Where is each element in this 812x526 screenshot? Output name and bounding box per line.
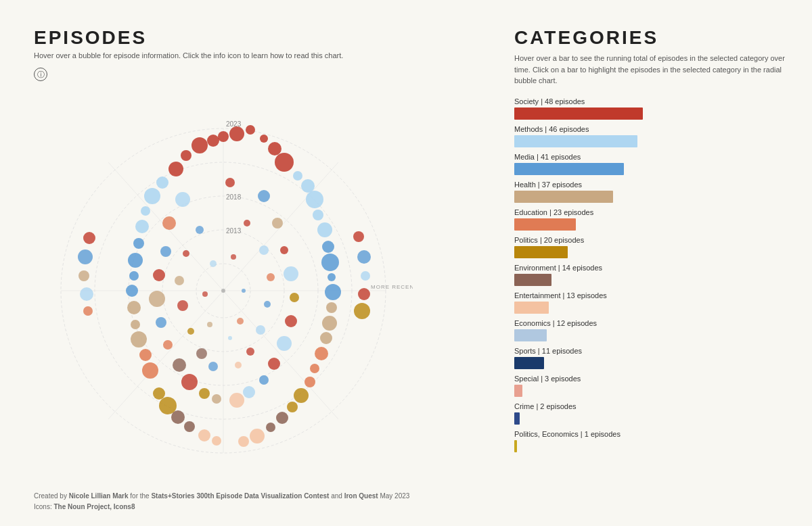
category-item[interactable]: Entertainment | 13 episodes	[514, 291, 792, 314]
category-bar[interactable]	[514, 135, 637, 147]
info-icon[interactable]: ⓘ	[34, 68, 47, 81]
category-bar[interactable]	[514, 412, 520, 425]
svg-point-56	[287, 402, 298, 412]
category-item[interactable]: Special | 3 episodes	[514, 375, 792, 397]
svg-point-120	[358, 288, 370, 300]
category-item[interactable]: Media | 41 episodes	[514, 153, 792, 175]
category-bar[interactable]	[514, 302, 549, 314]
episodes-title: EPISODES	[34, 27, 480, 49]
svg-point-43	[126, 285, 138, 297]
svg-point-36	[322, 241, 334, 253]
svg-point-90	[244, 220, 250, 226]
category-item[interactable]: Society | 48 episodes	[514, 97, 792, 120]
footer-for: for the	[129, 492, 152, 500]
category-bar[interactable]	[514, 357, 544, 369]
svg-point-110	[228, 336, 232, 340]
svg-text:2013: 2013	[226, 227, 242, 235]
category-item[interactable]: Economics | 12 episodes	[514, 319, 792, 341]
svg-point-113	[357, 250, 371, 264]
svg-point-99	[187, 328, 194, 335]
svg-point-29	[306, 191, 323, 208]
svg-point-97	[177, 300, 188, 311]
svg-point-39	[128, 253, 143, 268]
svg-point-103	[208, 362, 218, 371]
svg-point-62	[184, 421, 195, 432]
svg-point-118	[80, 287, 93, 301]
category-item[interactable]: Education | 23 episodes	[514, 208, 792, 231]
category-bar[interactable]	[514, 274, 551, 286]
category-item[interactable]: Sports | 11 episodes	[514, 347, 792, 369]
svg-point-78	[285, 315, 297, 327]
svg-point-28	[301, 179, 315, 193]
category-label: Special | 3 episodes	[514, 375, 792, 383]
svg-point-121	[354, 303, 370, 319]
svg-point-50	[315, 347, 328, 360]
svg-point-67	[225, 178, 235, 187]
svg-point-23	[268, 142, 281, 156]
svg-point-48	[320, 332, 332, 344]
category-item[interactable]: Methods | 46 episodes	[514, 125, 792, 147]
category-item[interactable]: Politics, Economics | 1 episodes	[514, 430, 792, 452]
radial-svg: 2023 2018 2013 MORE RECENT	[34, 88, 413, 480]
category-item[interactable]: Environment | 14 episodes	[514, 264, 792, 286]
category-bar[interactable]	[514, 440, 517, 452]
svg-point-68	[258, 190, 270, 202]
svg-point-119	[83, 306, 93, 316]
svg-point-35	[135, 220, 149, 233]
category-bar[interactable]	[514, 385, 522, 397]
svg-point-59	[276, 412, 288, 424]
left-panel: EPISODES Hover over a bubble for episode…	[0, 0, 494, 526]
category-item[interactable]: Health | 37 episodes	[514, 181, 792, 203]
footer-and: and	[329, 492, 344, 500]
svg-point-30	[313, 210, 323, 220]
category-bar[interactable]	[514, 246, 568, 258]
svg-point-19	[246, 125, 255, 135]
svg-point-80	[277, 336, 292, 351]
category-item[interactable]: Crime | 2 episodes	[514, 402, 792, 425]
svg-point-61	[171, 410, 185, 424]
category-label: Economics | 12 episodes	[514, 319, 792, 327]
category-bar[interactable]	[514, 107, 643, 120]
svg-point-112	[353, 231, 364, 242]
svg-text:2018: 2018	[226, 193, 242, 201]
svg-point-64	[238, 436, 249, 447]
svg-point-84	[259, 375, 269, 385]
svg-point-26	[168, 162, 183, 176]
svg-point-70	[272, 218, 283, 229]
svg-point-47	[131, 320, 140, 329]
svg-point-95	[175, 276, 184, 285]
svg-point-93	[183, 250, 189, 257]
svg-point-86	[243, 386, 255, 398]
svg-point-87	[199, 388, 210, 399]
category-bar[interactable]	[514, 163, 624, 175]
footer: Created by Nicole Lillian Mark for the S…	[34, 491, 409, 512]
svg-point-53	[142, 362, 158, 379]
svg-point-27	[293, 171, 302, 181]
episodes-subtitle: Hover over a bubble for episode informat…	[34, 51, 480, 59]
svg-point-17	[218, 131, 229, 142]
svg-point-54	[304, 377, 315, 387]
category-bar[interactable]	[514, 218, 576, 231]
category-label: Sports | 11 episodes	[514, 347, 792, 355]
category-bar[interactable]	[514, 329, 547, 341]
svg-point-98	[256, 325, 265, 335]
footer-created: Created by	[34, 492, 69, 500]
svg-text:MORE RECENT: MORE RECENT	[371, 284, 413, 290]
category-bar[interactable]	[514, 191, 613, 203]
categories-title: CATEGORIES	[514, 27, 792, 49]
footer-date: May 2023	[378, 492, 410, 500]
category-item[interactable]: Politics | 20 episodes	[514, 236, 792, 258]
svg-point-46	[127, 301, 141, 314]
svg-point-57	[153, 387, 165, 400]
svg-point-44	[326, 302, 337, 313]
svg-point-94	[267, 273, 275, 281]
category-label: Politics, Economics | 1 episodes	[514, 430, 792, 438]
svg-point-83	[173, 358, 186, 372]
svg-point-74	[284, 266, 298, 281]
svg-point-104	[231, 254, 236, 260]
svg-point-100	[246, 348, 254, 356]
svg-point-116	[78, 249, 93, 264]
svg-point-114	[361, 271, 370, 281]
svg-point-111	[221, 289, 225, 293]
category-label: Education | 23 episodes	[514, 208, 792, 216]
